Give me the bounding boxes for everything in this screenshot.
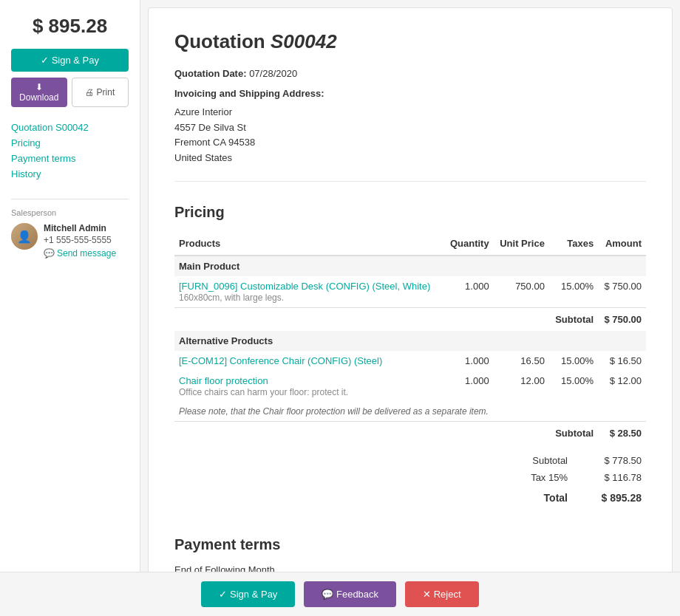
- quotation-id: S00042: [271, 30, 337, 52]
- product-tax-1: 15.00%: [549, 276, 598, 308]
- payment-section: Payment terms End of Following Month: [174, 536, 646, 575]
- total-tax-label: Tax 15%: [458, 469, 572, 486]
- salesperson-name: Mitchell Admin: [44, 223, 116, 233]
- address-line-2: 4557 De Silva St: [174, 120, 646, 136]
- product-tax-3: 15.00%: [549, 371, 598, 402]
- quotation-date-row: Quotation Date: 07/28/2020: [174, 68, 646, 79]
- table-row: [FURN_0096] Customizable Desk (CONFIG) (…: [174, 276, 646, 308]
- sidebar-item-pricing[interactable]: Pricing: [11, 137, 129, 148]
- product-amount-3: $ 12.00: [598, 371, 646, 402]
- address-line-1: Azure Interior: [174, 105, 646, 120]
- bottom-bar: ✓ Sign & Pay 💬 Feedback ✕ Reject: [0, 572, 680, 616]
- sidebar-action-buttons: ⬇ Download 🖨 Print: [11, 78, 129, 107]
- salesperson-info: 👤 Mitchell Admin +1 555-555-5555 💬 Send …: [11, 223, 129, 259]
- totals-section: Subtotal $ 778.50 Tax 15% $ 116.78 Total…: [174, 452, 646, 507]
- total-subtotal-value: $ 778.50: [572, 452, 646, 469]
- product-note-1: 160x80cm, with large legs.: [179, 292, 284, 303]
- address-line-3: Fremont CA 94538: [174, 135, 646, 151]
- address-block: Invoicing and Shipping Address: Azure In…: [174, 86, 646, 166]
- grand-total-value: $ 895.28: [572, 486, 646, 507]
- sidebar-nav: Quotation S00042 Pricing Payment terms H…: [11, 122, 129, 184]
- salesperson-label: Salesperson: [11, 208, 129, 217]
- product-price-1: 750.00: [494, 276, 549, 308]
- quotation-date-label: Quotation Date:: [174, 68, 247, 79]
- bottom-feedback-button[interactable]: 💬 Feedback: [304, 581, 396, 607]
- subtotal-value-alt: $ 28.50: [598, 421, 646, 445]
- section-divider: [174, 181, 646, 182]
- total-subtotal-row: Subtotal $ 778.50: [174, 452, 646, 469]
- chat-icon: 💬: [44, 248, 55, 259]
- totals-table: Subtotal $ 778.50 Tax 15% $ 116.78 Total…: [174, 452, 646, 507]
- pricing-section-title: Pricing: [174, 204, 646, 221]
- col-header-quantity: Quantity: [444, 232, 494, 256]
- table-row: Chair floor protection Office chairs can…: [174, 371, 646, 402]
- col-header-products: Products: [174, 232, 444, 256]
- quotation-date-value: 07/28/2020: [249, 68, 297, 79]
- product-qty-3: 1.000: [444, 371, 494, 402]
- total-tax-row: Tax 15% $ 116.78: [174, 469, 646, 486]
- salesperson-details: Mitchell Admin +1 555-555-5555 💬 Send me…: [44, 223, 116, 259]
- total-subtotal-label: Subtotal: [458, 452, 572, 469]
- subtotal-label-alt: Subtotal: [549, 421, 598, 445]
- col-header-taxes: Taxes: [549, 232, 598, 256]
- avatar-image: 👤: [11, 223, 38, 250]
- product-name-cell: [FURN_0096] Customizable Desk (CONFIG) (…: [174, 276, 444, 308]
- grand-total-row: Total $ 895.28: [174, 486, 646, 507]
- product-qty-2: 1.000: [444, 351, 494, 371]
- subtotal-row-alt: Subtotal $ 28.50: [174, 421, 646, 445]
- bottom-reject-button[interactable]: ✕ Reject: [405, 581, 478, 607]
- grand-total-label: Total: [458, 486, 572, 507]
- product-name-cell-2: [E-COM12] Conference Chair (CONFIG) (Ste…: [174, 351, 444, 371]
- send-message-link[interactable]: 💬 Send message: [44, 248, 116, 259]
- print-button[interactable]: 🖨 Print: [72, 78, 129, 107]
- bottom-sign-pay-button[interactable]: ✓ Sign & Pay: [201, 581, 295, 607]
- sidebar-sign-pay-button[interactable]: ✓ Sign & Pay: [11, 49, 129, 72]
- table-row: [E-COM12] Conference Chair (CONFIG) (Ste…: [174, 351, 646, 371]
- col-header-unit-price: Unit Price: [494, 232, 549, 256]
- group-note-text: Please note, that the Chair floor protec…: [174, 402, 646, 422]
- product-price-2: 16.50: [494, 351, 549, 371]
- product-qty-1: 1.000: [444, 276, 494, 308]
- quotation-title: Quotation S00042: [174, 30, 646, 53]
- salesperson-phone: +1 555-555-5555: [44, 235, 116, 245]
- address-line-4: United States: [174, 151, 646, 166]
- address-label: Invoicing and Shipping Address:: [174, 86, 646, 102]
- product-link-3[interactable]: Chair floor protection: [179, 375, 268, 386]
- sidebar: $ 895.28 ✓ Sign & Pay ⬇ Download 🖨 Print…: [0, 0, 140, 616]
- sidebar-item-payment-terms[interactable]: Payment terms: [11, 153, 129, 164]
- payment-section-title: Payment terms: [174, 536, 646, 553]
- product-amount-2: $ 16.50: [598, 351, 646, 371]
- product-name-cell-3: Chair floor protection Office chairs can…: [174, 371, 444, 402]
- product-link-2[interactable]: [E-COM12] Conference Chair (CONFIG) (Ste…: [179, 355, 382, 366]
- quotation-title-prefix: Quotation: [174, 30, 271, 52]
- download-button[interactable]: ⬇ Download: [11, 78, 67, 107]
- col-header-amount: Amount: [598, 232, 646, 256]
- sidebar-amount: $ 895.28: [33, 15, 107, 38]
- sidebar-item-quotation[interactable]: Quotation S00042: [11, 122, 129, 133]
- group-name-alt: Alternative Products: [174, 331, 646, 351]
- subtotal-row-main: Subtotal $ 750.00: [174, 307, 646, 331]
- send-message-label: Send message: [57, 248, 116, 259]
- product-link-1[interactable]: [FURN_0096] Customizable Desk (CONFIG) (…: [179, 281, 430, 292]
- subtotal-value-main: $ 750.00: [598, 307, 646, 331]
- main-content: Quotation S00042 Quotation Date: 07/28/2…: [148, 7, 673, 609]
- product-tax-2: 15.00%: [549, 351, 598, 371]
- product-amount-1: $ 750.00: [598, 276, 646, 308]
- total-tax-value: $ 116.78: [572, 469, 646, 486]
- group-note-row: Please note, that the Chair floor protec…: [174, 402, 646, 422]
- table-header-row: Products Quantity Unit Price Taxes Amoun…: [174, 232, 646, 256]
- avatar: 👤: [11, 223, 38, 250]
- subtotal-label-main: Subtotal: [549, 307, 598, 331]
- product-note-3: Office chairs can harm your floor: prote…: [179, 387, 348, 397]
- pricing-table: Products Quantity Unit Price Taxes Amoun…: [174, 232, 646, 445]
- salesperson-section: Salesperson 👤 Mitchell Admin +1 555-555-…: [11, 199, 129, 259]
- group-header-main: Main Product: [174, 256, 646, 276]
- sidebar-item-history[interactable]: History: [11, 168, 129, 179]
- product-price-3: 12.00: [494, 371, 549, 402]
- group-name-main: Main Product: [174, 256, 646, 276]
- group-header-alt: Alternative Products: [174, 331, 646, 351]
